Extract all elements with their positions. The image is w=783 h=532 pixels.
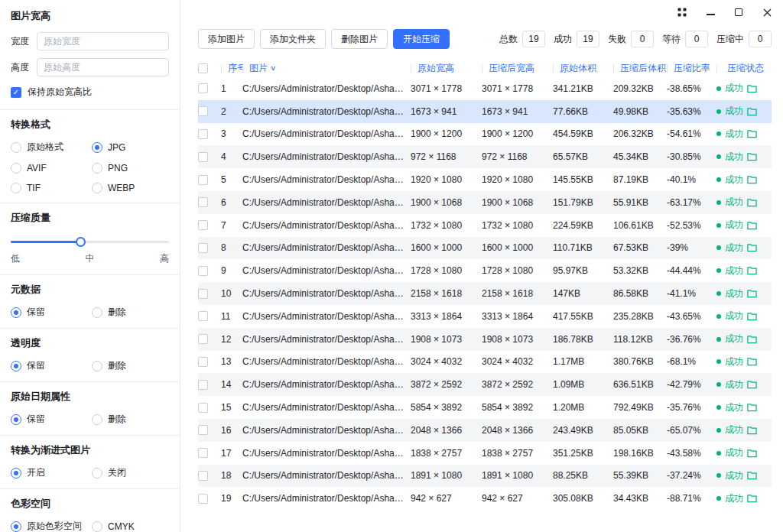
open-folder-icon[interactable]	[747, 243, 757, 252]
row-checkbox[interactable]	[198, 448, 208, 458]
header-cell-序号[interactable]: 序号	[221, 62, 242, 75]
row-checkbox[interactable]	[198, 403, 208, 413]
slider-thumb[interactable]	[76, 237, 86, 247]
table-row[interactable]: 12C:/Users/Administrator/Desktop/Ashampo…	[198, 328, 772, 351]
radio-option-colorspace-原始色彩空间[interactable]: 原始色彩空间	[11, 520, 92, 532]
radio-option-format-TIF[interactable]: TIF	[11, 183, 92, 193]
radio-option-progressive-开启[interactable]: 开启	[11, 466, 92, 479]
table-row[interactable]: 18C:/Users/Administrator/Desktop/Ashampo…	[198, 465, 772, 488]
radio-option-transparency-删除[interactable]: 删除	[92, 359, 169, 372]
table-row[interactable]: 19C:/Users/Administrator/Desktop/Ashampo…	[198, 487, 772, 510]
open-folder-icon[interactable]	[747, 494, 757, 503]
radio-option-date-保留[interactable]: 保留	[11, 413, 92, 426]
open-folder-icon[interactable]	[747, 289, 757, 298]
radio-option-progressive-关闭[interactable]: 关闭	[92, 466, 169, 479]
open-folder-icon[interactable]	[747, 175, 757, 184]
open-folder-icon[interactable]	[747, 152, 757, 161]
row-compressed-dimensions: 2158 × 1618	[482, 288, 553, 299]
minimize-icon[interactable]	[705, 7, 716, 18]
open-folder-icon[interactable]	[747, 426, 757, 435]
open-folder-icon[interactable]	[747, 471, 757, 480]
open-folder-icon[interactable]	[747, 221, 757, 230]
delete-image-button[interactable]: 删除图片	[331, 29, 388, 49]
table-row[interactable]: 5C:/Users/Administrator/Desktop/Ashampo.…	[198, 168, 772, 191]
radio-option-format-PNG[interactable]: PNG	[92, 163, 169, 174]
close-icon[interactable]	[762, 7, 772, 18]
open-folder-icon[interactable]	[747, 107, 757, 116]
table-row[interactable]: 8C:/Users/Administrator/Desktop/Ashampo.…	[198, 237, 772, 260]
header-cell-压缩比率[interactable]: 压缩比率	[667, 62, 716, 75]
table-row[interactable]: 11C:/Users/Administrator/Desktop/Ashampo…	[198, 305, 772, 328]
table-row[interactable]: 15C:/Users/Administrator/Desktop/Ashampo…	[198, 396, 772, 419]
row-checkbox[interactable]	[198, 357, 208, 367]
row-checkbox[interactable]	[198, 152, 208, 162]
open-folder-icon[interactable]	[747, 357, 757, 366]
row-checkbox[interactable]	[198, 197, 208, 207]
row-file-path: C:/Users/Administrator/Desktop/Ashampo..…	[242, 151, 411, 162]
table-row[interactable]: 3C:/Users/Administrator/Desktop/Ashampo.…	[198, 123, 772, 146]
header-cell-压缩状态[interactable]: 压缩状态	[716, 62, 772, 75]
radio-option-format-AVIF[interactable]: AVIF	[11, 163, 92, 174]
select-all-checkbox[interactable]	[198, 63, 208, 73]
radio-option-transparency-保留[interactable]: 保留	[11, 359, 92, 372]
table-row[interactable]: 2C:/Users/Administrator/Desktop/Ashampo.…	[198, 100, 772, 123]
row-checkbox[interactable]	[198, 243, 208, 253]
width-input[interactable]	[37, 32, 169, 50]
radio-option-format-JPG[interactable]: JPG	[92, 141, 169, 154]
open-folder-icon[interactable]	[747, 129, 757, 138]
open-folder-icon[interactable]	[747, 84, 757, 93]
chevron-down-icon[interactable]: ∨	[270, 64, 277, 72]
open-folder-icon[interactable]	[747, 380, 757, 389]
open-folder-icon[interactable]	[747, 449, 757, 458]
header-cell-图片[interactable]: 图片∨	[242, 62, 411, 75]
header-cell-压缩后宽高[interactable]: 压缩后宽高	[482, 62, 553, 75]
row-checkbox[interactable]	[198, 83, 208, 93]
table-row[interactable]: 14C:/Users/Administrator/Desktop/Ashampo…	[198, 373, 772, 396]
header-divider	[716, 64, 717, 73]
row-checkbox[interactable]	[198, 220, 208, 230]
table-row[interactable]: 13C:/Users/Administrator/Desktop/Ashampo…	[198, 351, 772, 374]
radio-option-metadata-保留[interactable]: 保留	[11, 306, 92, 319]
radio-option-metadata-删除[interactable]: 删除	[92, 306, 169, 319]
table-row[interactable]: 7C:/Users/Administrator/Desktop/Ashampo.…	[198, 214, 772, 237]
radio-option-format-WEBP[interactable]: WEBP	[92, 183, 169, 193]
row-checkbox[interactable]	[198, 471, 208, 481]
row-checkbox[interactable]	[198, 311, 208, 321]
table-row[interactable]: 10C:/Users/Administrator/Desktop/Ashampo…	[198, 282, 772, 305]
open-folder-icon[interactable]	[747, 335, 757, 344]
maximize-icon[interactable]	[733, 7, 744, 18]
row-checkbox[interactable]	[198, 334, 208, 344]
radio-option-date-删除[interactable]: 删除	[92, 413, 169, 426]
quality-slider[interactable]	[11, 237, 169, 246]
header-cell-原始宽高[interactable]: 原始宽高	[411, 62, 482, 75]
row-checkbox[interactable]	[198, 129, 208, 139]
radio-option-format-原始格式[interactable]: 原始格式	[11, 141, 92, 154]
row-checkbox[interactable]	[198, 425, 208, 435]
row-checkbox[interactable]	[198, 175, 208, 185]
keep-ratio-checkbox[interactable]: ✓ 保持原始宽高比	[11, 86, 169, 99]
open-folder-icon[interactable]	[747, 266, 757, 275]
header-cell-原始体积[interactable]: 原始体积	[553, 62, 613, 75]
table-row[interactable]: 6C:/Users/Administrator/Desktop/Ashampo.…	[198, 191, 772, 214]
row-checkbox[interactable]	[198, 266, 208, 276]
row-checkbox[interactable]	[198, 106, 208, 116]
add-folder-button[interactable]: 添加文件夹	[260, 29, 326, 49]
header-cell-压缩后体积[interactable]: 压缩后体积	[613, 62, 667, 75]
start-compress-button[interactable]: 开始压缩	[393, 29, 450, 49]
apps-icon[interactable]	[677, 7, 687, 18]
table-row[interactable]: 9C:/Users/Administrator/Desktop/Ashampo.…	[198, 259, 772, 282]
table-row[interactable]: 16C:/Users/Administrator/Desktop/Ashampo…	[198, 419, 772, 442]
height-input[interactable]	[37, 58, 169, 76]
open-folder-icon[interactable]	[747, 198, 757, 207]
row-checkbox[interactable]	[198, 494, 208, 504]
table-row[interactable]: 17C:/Users/Administrator/Desktop/Ashampo…	[198, 442, 772, 465]
row-checkbox[interactable]	[198, 380, 208, 390]
row-checkbox[interactable]	[198, 289, 208, 299]
table-row[interactable]: 4C:/Users/Administrator/Desktop/Ashampo.…	[198, 145, 772, 168]
table-row[interactable]: 1C:/Users/Administrator/Desktop/Ashampo.…	[198, 77, 772, 100]
radio-option-colorspace-CMYK[interactable]: CMYK	[92, 520, 169, 532]
open-folder-icon[interactable]	[747, 403, 757, 412]
add-image-button[interactable]: 添加图片	[198, 29, 255, 49]
open-folder-icon[interactable]	[747, 312, 757, 321]
row-original-size: 1.20MB	[553, 402, 613, 413]
